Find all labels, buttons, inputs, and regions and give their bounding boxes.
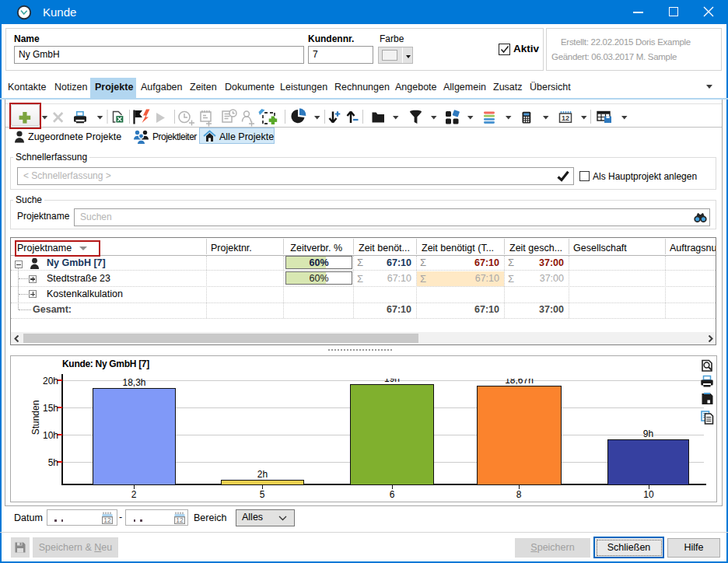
- svg-text:12: 12: [176, 516, 184, 524]
- svg-text:12: 12: [103, 516, 111, 524]
- svg-text:12: 12: [562, 114, 569, 122]
